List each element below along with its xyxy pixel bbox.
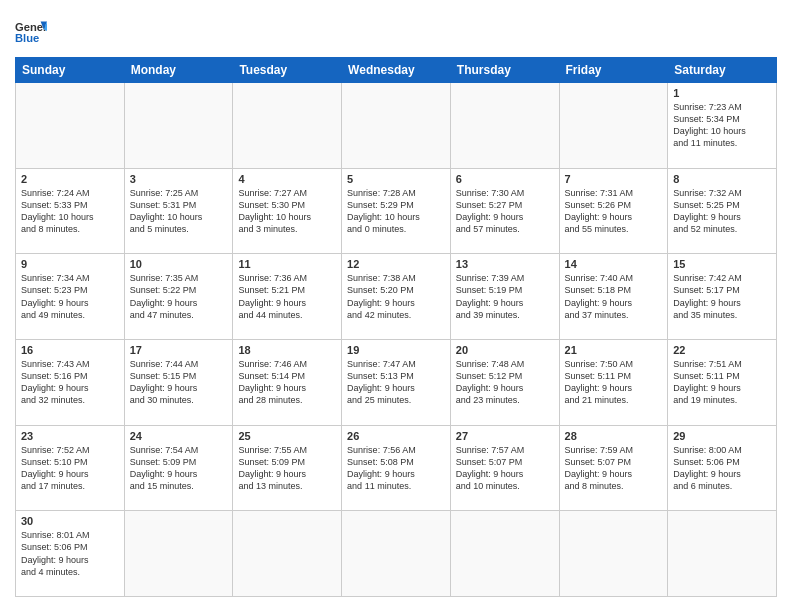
day-info: Sunrise: 7:55 AM Sunset: 5:09 PM Dayligh… — [238, 444, 336, 493]
calendar-cell: 3Sunrise: 7:25 AM Sunset: 5:31 PM Daylig… — [124, 168, 233, 254]
day-info: Sunrise: 7:51 AM Sunset: 5:11 PM Dayligh… — [673, 358, 771, 407]
day-info: Sunrise: 7:34 AM Sunset: 5:23 PM Dayligh… — [21, 272, 119, 321]
calendar-cell: 26Sunrise: 7:56 AM Sunset: 5:08 PM Dayli… — [342, 425, 451, 511]
day-number: 29 — [673, 430, 771, 442]
calendar-cell: 4Sunrise: 7:27 AM Sunset: 5:30 PM Daylig… — [233, 168, 342, 254]
weekday-header: Wednesday — [342, 58, 451, 83]
day-number: 18 — [238, 344, 336, 356]
day-number: 22 — [673, 344, 771, 356]
calendar-cell: 1Sunrise: 7:23 AM Sunset: 5:34 PM Daylig… — [668, 83, 777, 169]
calendar-cell — [450, 83, 559, 169]
day-number: 8 — [673, 173, 771, 185]
day-info: Sunrise: 7:46 AM Sunset: 5:14 PM Dayligh… — [238, 358, 336, 407]
calendar-cell — [559, 511, 668, 597]
calendar-cell: 22Sunrise: 7:51 AM Sunset: 5:11 PM Dayli… — [668, 339, 777, 425]
day-number: 9 — [21, 258, 119, 270]
calendar-cell: 24Sunrise: 7:54 AM Sunset: 5:09 PM Dayli… — [124, 425, 233, 511]
day-info: Sunrise: 7:23 AM Sunset: 5:34 PM Dayligh… — [673, 101, 771, 150]
calendar-cell: 23Sunrise: 7:52 AM Sunset: 5:10 PM Dayli… — [16, 425, 125, 511]
calendar-cell — [559, 83, 668, 169]
day-info: Sunrise: 8:00 AM Sunset: 5:06 PM Dayligh… — [673, 444, 771, 493]
calendar-cell: 18Sunrise: 7:46 AM Sunset: 5:14 PM Dayli… — [233, 339, 342, 425]
day-number: 14 — [565, 258, 663, 270]
day-number: 3 — [130, 173, 228, 185]
day-number: 27 — [456, 430, 554, 442]
day-info: Sunrise: 7:40 AM Sunset: 5:18 PM Dayligh… — [565, 272, 663, 321]
day-info: Sunrise: 7:43 AM Sunset: 5:16 PM Dayligh… — [21, 358, 119, 407]
weekday-header: Friday — [559, 58, 668, 83]
day-info: Sunrise: 7:30 AM Sunset: 5:27 PM Dayligh… — [456, 187, 554, 236]
svg-text:Blue: Blue — [15, 32, 39, 44]
day-number: 13 — [456, 258, 554, 270]
day-number: 6 — [456, 173, 554, 185]
day-number: 12 — [347, 258, 445, 270]
weekday-header: Tuesday — [233, 58, 342, 83]
calendar-cell — [668, 511, 777, 597]
calendar-cell: 6Sunrise: 7:30 AM Sunset: 5:27 PM Daylig… — [450, 168, 559, 254]
day-info: Sunrise: 7:50 AM Sunset: 5:11 PM Dayligh… — [565, 358, 663, 407]
page: General Blue SundayMondayTuesdayWednesda… — [0, 0, 792, 612]
calendar-cell — [342, 511, 451, 597]
calendar-cell — [16, 83, 125, 169]
day-info: Sunrise: 7:32 AM Sunset: 5:25 PM Dayligh… — [673, 187, 771, 236]
calendar-cell: 27Sunrise: 7:57 AM Sunset: 5:07 PM Dayli… — [450, 425, 559, 511]
logo-icon: General Blue — [15, 15, 47, 47]
calendar-cell: 19Sunrise: 7:47 AM Sunset: 5:13 PM Dayli… — [342, 339, 451, 425]
calendar-cell: 20Sunrise: 7:48 AM Sunset: 5:12 PM Dayli… — [450, 339, 559, 425]
calendar-cell: 25Sunrise: 7:55 AM Sunset: 5:09 PM Dayli… — [233, 425, 342, 511]
day-info: Sunrise: 7:59 AM Sunset: 5:07 PM Dayligh… — [565, 444, 663, 493]
day-number: 30 — [21, 515, 119, 527]
calendar-cell — [233, 511, 342, 597]
weekday-header: Thursday — [450, 58, 559, 83]
calendar-table: SundayMondayTuesdayWednesdayThursdayFrid… — [15, 57, 777, 597]
calendar-cell: 8Sunrise: 7:32 AM Sunset: 5:25 PM Daylig… — [668, 168, 777, 254]
day-number: 1 — [673, 87, 771, 99]
day-info: Sunrise: 7:42 AM Sunset: 5:17 PM Dayligh… — [673, 272, 771, 321]
day-number: 16 — [21, 344, 119, 356]
day-number: 5 — [347, 173, 445, 185]
calendar-cell: 30Sunrise: 8:01 AM Sunset: 5:06 PM Dayli… — [16, 511, 125, 597]
calendar-cell — [342, 83, 451, 169]
calendar-cell: 7Sunrise: 7:31 AM Sunset: 5:26 PM Daylig… — [559, 168, 668, 254]
calendar-cell: 14Sunrise: 7:40 AM Sunset: 5:18 PM Dayli… — [559, 254, 668, 340]
weekday-header: Monday — [124, 58, 233, 83]
calendar-cell: 17Sunrise: 7:44 AM Sunset: 5:15 PM Dayli… — [124, 339, 233, 425]
day-info: Sunrise: 7:48 AM Sunset: 5:12 PM Dayligh… — [456, 358, 554, 407]
logo: General Blue — [15, 15, 47, 47]
day-info: Sunrise: 7:25 AM Sunset: 5:31 PM Dayligh… — [130, 187, 228, 236]
calendar-cell — [450, 511, 559, 597]
day-number: 11 — [238, 258, 336, 270]
day-number: 7 — [565, 173, 663, 185]
calendar-cell — [124, 83, 233, 169]
day-info: Sunrise: 7:39 AM Sunset: 5:19 PM Dayligh… — [456, 272, 554, 321]
calendar-cell: 29Sunrise: 8:00 AM Sunset: 5:06 PM Dayli… — [668, 425, 777, 511]
day-number: 10 — [130, 258, 228, 270]
calendar-cell: 28Sunrise: 7:59 AM Sunset: 5:07 PM Dayli… — [559, 425, 668, 511]
calendar-cell: 9Sunrise: 7:34 AM Sunset: 5:23 PM Daylig… — [16, 254, 125, 340]
day-number: 21 — [565, 344, 663, 356]
day-info: Sunrise: 7:56 AM Sunset: 5:08 PM Dayligh… — [347, 444, 445, 493]
day-info: Sunrise: 7:27 AM Sunset: 5:30 PM Dayligh… — [238, 187, 336, 236]
day-number: 24 — [130, 430, 228, 442]
day-info: Sunrise: 7:36 AM Sunset: 5:21 PM Dayligh… — [238, 272, 336, 321]
weekday-header: Saturday — [668, 58, 777, 83]
calendar-cell: 15Sunrise: 7:42 AM Sunset: 5:17 PM Dayli… — [668, 254, 777, 340]
calendar-cell — [124, 511, 233, 597]
day-info: Sunrise: 7:28 AM Sunset: 5:29 PM Dayligh… — [347, 187, 445, 236]
day-info: Sunrise: 8:01 AM Sunset: 5:06 PM Dayligh… — [21, 529, 119, 578]
day-number: 28 — [565, 430, 663, 442]
calendar-cell — [233, 83, 342, 169]
day-info: Sunrise: 7:24 AM Sunset: 5:33 PM Dayligh… — [21, 187, 119, 236]
day-number: 15 — [673, 258, 771, 270]
day-number: 20 — [456, 344, 554, 356]
header: General Blue — [15, 15, 777, 47]
weekday-header: Sunday — [16, 58, 125, 83]
day-number: 4 — [238, 173, 336, 185]
day-number: 2 — [21, 173, 119, 185]
day-number: 26 — [347, 430, 445, 442]
day-info: Sunrise: 7:35 AM Sunset: 5:22 PM Dayligh… — [130, 272, 228, 321]
day-info: Sunrise: 7:57 AM Sunset: 5:07 PM Dayligh… — [456, 444, 554, 493]
calendar-cell: 2Sunrise: 7:24 AM Sunset: 5:33 PM Daylig… — [16, 168, 125, 254]
day-number: 19 — [347, 344, 445, 356]
calendar-cell: 5Sunrise: 7:28 AM Sunset: 5:29 PM Daylig… — [342, 168, 451, 254]
